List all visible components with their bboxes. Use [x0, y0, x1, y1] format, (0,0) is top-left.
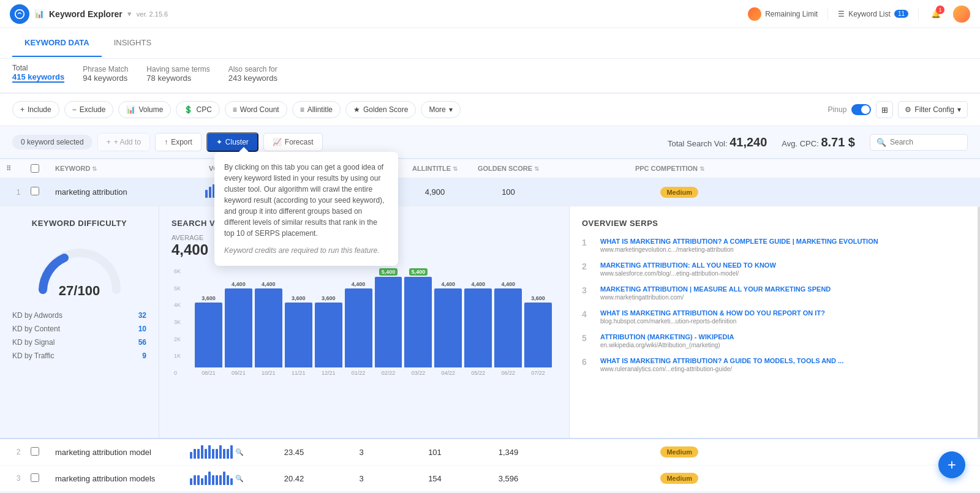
- include-icon: +: [20, 105, 24, 114]
- pinup-toggle[interactable]: [851, 104, 871, 115]
- tab-keyword-data[interactable]: KEYWORD DATA: [12, 29, 102, 57]
- y-axis-label: 3K: [174, 319, 181, 325]
- row-checkbox-1[interactable]: [31, 187, 39, 195]
- th-volume[interactable]: VOLUME ⇅: [190, 165, 263, 172]
- serp-link[interactable]: MARKETING ATTRIBUTION: ALL YOU NEED TO K…: [600, 262, 776, 269]
- user-avatar[interactable]: [953, 6, 970, 23]
- notification-bell[interactable]: 🔔 1: [929, 7, 943, 21]
- actions-row: 0 keyword selected + + Add to ↑ Export ✦…: [0, 126, 980, 159]
- serp-item-num: 6: [582, 357, 593, 372]
- row-checkbox-2[interactable]: [31, 447, 39, 456]
- th-allintitle[interactable]: ALLINTITLE ⇅: [398, 165, 472, 172]
- mini-bar: [216, 187, 219, 198]
- bar: [285, 303, 312, 367]
- tab-insights[interactable]: INSIGHTS: [102, 29, 164, 57]
- volume-btn[interactable]: 📊 Volume: [118, 101, 171, 118]
- allintitle-btn[interactable]: ≡ Allintitle: [292, 101, 341, 118]
- kd-stat-traffic: KD by Traffic 9: [12, 352, 146, 360]
- count-total[interactable]: Total 415 keywords: [12, 64, 64, 83]
- wc-sort-icon: ⇅: [383, 165, 388, 172]
- mini-bar: [235, 190, 237, 198]
- serp-link[interactable]: WHAT IS MARKETING ATTRIBUTION & HOW DO Y…: [600, 309, 825, 317]
- count-total-label: Total: [12, 64, 64, 72]
- bar-top-label: 4,400: [442, 281, 456, 287]
- serp-link[interactable]: WHAT IS MARKETING ATTRIBUTION? A COMPLET…: [600, 238, 878, 245]
- serp-scrollbar[interactable]: [978, 206, 980, 438]
- cpc-btn[interactable]: 💲 CPC: [176, 101, 219, 118]
- magnify-icon-2[interactable]: 🔍: [235, 448, 244, 456]
- notif-badge: 1: [936, 6, 944, 14]
- count-also-search[interactable]: Also search for 243 keywords: [228, 65, 277, 83]
- table-row[interactable]: 1 marketing attribution 20.84 2 4,900 10…: [0, 178, 980, 206]
- ppc-badge-1: Medium: [660, 187, 698, 198]
- nav-arrow[interactable]: ▾: [127, 9, 132, 18]
- exclude-btn[interactable]: − Exclude: [64, 101, 114, 118]
- count-phrase-label: Phrase Match: [83, 65, 128, 73]
- serp-link[interactable]: MARKETING ATTRIBUTION | MEASURE ALL YOUR…: [600, 285, 831, 293]
- word-count-btn[interactable]: ≡ Word Count: [225, 101, 287, 118]
- th-cpc[interactable]: CPC ⇅: [263, 165, 325, 172]
- row-check-1[interactable]: [31, 187, 55, 197]
- kd-stat-content: KD by Content 10: [12, 325, 146, 333]
- svg-point-0: [15, 9, 24, 18]
- more-btn[interactable]: More ▾: [421, 101, 460, 118]
- include-btn[interactable]: + Include: [12, 101, 59, 118]
- serp-link[interactable]: WHAT IS MARKETING ATTRIBUTION? A GUIDE T…: [600, 357, 843, 364]
- select-all-checkbox[interactable]: [31, 164, 39, 173]
- serp-title: OVERVIEW SERPS: [582, 219, 968, 228]
- table-row[interactable]: 3 marketing attribution models 🔍 20.42 3…: [0, 465, 980, 492]
- magnify-icon-3[interactable]: 🔍: [235, 475, 244, 483]
- bar-wrap: 4,40001/22: [345, 268, 372, 376]
- keyword-search-box[interactable]: 🔍: [870, 134, 968, 151]
- row-check-2[interactable]: [31, 447, 55, 457]
- bar: [494, 288, 522, 367]
- remaining-limit-btn[interactable]: Remaining Limit: [748, 7, 818, 21]
- count-same-terms[interactable]: Having same terms 78 keywords: [146, 65, 209, 83]
- y-axis-label: 2K: [174, 336, 181, 342]
- kd-title: KEYWORD DIFFICULTY: [12, 219, 146, 228]
- mini-bar: [219, 475, 222, 486]
- mini-bar: [216, 449, 218, 459]
- bar-wrap: 4,40010/21: [255, 268, 282, 376]
- sv-avg-label: AVERAGE: [172, 234, 208, 241]
- mini-bar: [190, 478, 192, 485]
- th-word-count[interactable]: WORD COUNT ⇅: [325, 165, 398, 172]
- sv-low-val: 3,600: [325, 241, 362, 258]
- golden-score-btn[interactable]: ★ Golden Score: [345, 101, 416, 118]
- count-phrase-value: 94 keywords: [83, 73, 128, 83]
- bar-date-label: 01/22: [352, 370, 366, 376]
- cluster-btn[interactable]: ✦ Cluster: [206, 132, 258, 152]
- filter-config-btn[interactable]: ⚙ Filter Config ▾: [898, 101, 968, 118]
- th-keyword[interactable]: KEYWORD ⇅: [55, 165, 190, 172]
- th-golden-score[interactable]: GOLDEN SCORE ⇅: [472, 165, 545, 172]
- grid-view-btn[interactable]: ⊞: [876, 101, 893, 118]
- add-to-btn[interactable]: + + Add to: [97, 133, 150, 151]
- table-row[interactable]: 2 marketing attribution model 🔍 23.45 3 …: [0, 439, 980, 465]
- mini-bar: [227, 475, 229, 486]
- count-phrase[interactable]: Phrase Match 94 keywords: [83, 65, 128, 83]
- forecast-btn[interactable]: 📈 Forecast: [263, 133, 323, 151]
- bar-top-label: 5,400: [379, 268, 398, 276]
- keyword-list-btn[interactable]: ☰ Keyword List 11: [838, 10, 908, 18]
- y-axis-label: 4K: [174, 302, 181, 308]
- fab-add-btn[interactable]: +: [938, 451, 965, 478]
- bar: [524, 303, 552, 367]
- export-btn[interactable]: ↑ Export: [155, 133, 202, 151]
- row-num-3: 3: [6, 474, 31, 483]
- sv-panel: SEARCH VOLUME AVERAGE 4,400 LAST MONTH 3…: [159, 206, 570, 438]
- serp-url: blog.hubspot.com/marketi...ution-reports…: [600, 318, 825, 325]
- th-ppc[interactable]: PPC COMPETITION ⇅: [545, 165, 704, 172]
- mini-bar: [212, 475, 214, 486]
- nav-sep-1: [827, 8, 828, 20]
- mini-bar: [194, 475, 196, 486]
- golden-score-label: Golden Score: [363, 105, 408, 114]
- bar: [375, 277, 402, 367]
- keyword-counts-row: Total 415 keywords Phrase Match 94 keywo…: [0, 59, 980, 94]
- table-header: ⠿ KEYWORD ⇅ VOLUME ⇅ CPC ⇅ WORD COUNT ⇅ …: [0, 159, 980, 178]
- keyword-search-input[interactable]: [890, 138, 961, 146]
- th-check[interactable]: [31, 164, 55, 173]
- more-label: More: [429, 105, 445, 114]
- serp-link[interactable]: ATTRIBUTION (MARKETING) - WIKIPEDIA: [600, 333, 734, 341]
- row-checkbox-3[interactable]: [31, 473, 39, 482]
- row-check-3[interactable]: [31, 473, 55, 484]
